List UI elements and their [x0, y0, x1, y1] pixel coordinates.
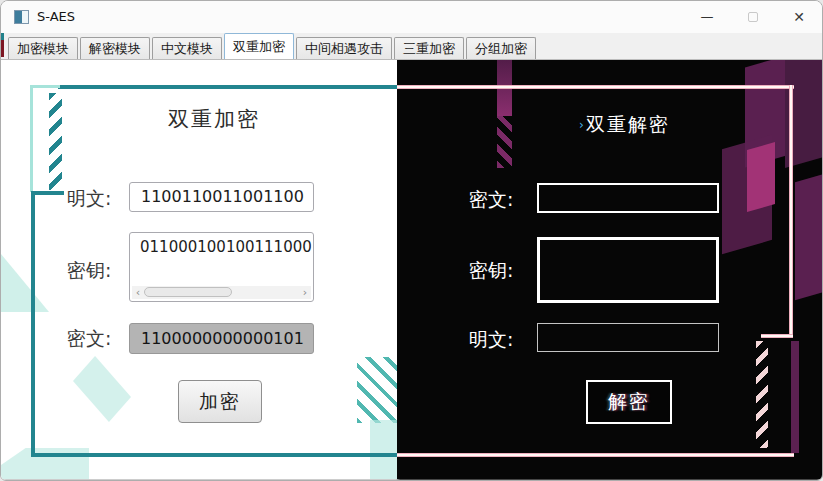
- double-decrypt-panel: › 双重解密 密文: 密钥: 明文: 解密: [397, 60, 823, 479]
- magenta-parallelogram-d: [795, 174, 823, 301]
- plaintext-output[interactable]: [537, 323, 719, 352]
- panel-title: 双重加密: [31, 105, 397, 133]
- encrypt-button[interactable]: 加密: [178, 380, 262, 423]
- ciphertext-input[interactable]: [537, 183, 719, 213]
- window-title: S-AES: [37, 9, 75, 24]
- tab-meet-in-middle-attack[interactable]: 中间相遇攻击: [296, 37, 392, 59]
- panel-title: 双重解密: [443, 112, 813, 138]
- key-value: 01100010010011100000: [140, 238, 312, 256]
- tab-double-encrypt[interactable]: 双重加密: [224, 33, 294, 59]
- plaintext-label: 明文:: [67, 186, 111, 212]
- teal-diamond-decoration: [73, 356, 131, 422]
- scrollbar-thumb[interactable]: [144, 287, 232, 297]
- app-window: S-AES — ✕ 加密模块 解密模块 中文模块 双重加密 中间相遇攻击 三重加…: [0, 0, 823, 481]
- close-icon: ✕: [793, 9, 805, 25]
- ciphertext-label: 密文:: [469, 187, 513, 213]
- minimize-button[interactable]: —: [684, 1, 730, 32]
- tab-block-encrypt[interactable]: 分组加密: [466, 37, 536, 59]
- maximize-button[interactable]: [730, 1, 776, 32]
- teal-band-decoration: [370, 420, 397, 479]
- app-icon: [14, 10, 29, 24]
- tab-encrypt-module[interactable]: 加密模块: [8, 37, 78, 59]
- teal-frame-top: [58, 85, 397, 89]
- tab-decrypt-module[interactable]: 解密模块: [80, 37, 150, 59]
- teal-frame-light-top: [30, 85, 60, 88]
- pink-frame-top: [397, 85, 794, 89]
- page-content: 双重加密 明文: 1100110011001100 密钥: 0110001001…: [1, 60, 823, 479]
- scroll-right-icon[interactable]: ›: [299, 287, 311, 299]
- maximize-icon: [748, 12, 758, 22]
- ciphertext-label: 密文:: [67, 326, 111, 352]
- tabbar-accent-red: [1, 40, 4, 57]
- close-button[interactable]: ✕: [776, 1, 822, 32]
- teal-frame-jog: [31, 191, 64, 195]
- decrypt-button[interactable]: 解密: [586, 380, 672, 424]
- tab-chinese-module[interactable]: 中文模块: [152, 37, 222, 59]
- key-label: 密钥:: [67, 258, 111, 284]
- pink-frame-jog: [761, 334, 793, 338]
- key-input[interactable]: 01100010010011100000 ‹ ›: [129, 232, 314, 302]
- double-encrypt-panel: 双重加密 明文: 1100110011001100 密钥: 0110001001…: [1, 60, 397, 479]
- teal-frame-light-left: [30, 85, 33, 192]
- scroll-left-icon[interactable]: ‹: [132, 287, 144, 299]
- plaintext-label: 明文:: [469, 327, 513, 353]
- plaintext-input[interactable]: 1100110011001100: [129, 182, 314, 212]
- key-input[interactable]: [537, 237, 719, 303]
- teal-frame-bottom: [31, 453, 397, 457]
- ciphertext-output[interactable]: 1100000000000101: [129, 323, 314, 354]
- key-horizontal-scrollbar[interactable]: ‹ ›: [132, 286, 311, 299]
- teal-frame-left: [31, 191, 35, 457]
- scrollbar-track[interactable]: [144, 286, 299, 299]
- minimize-icon: —: [701, 9, 714, 24]
- teal-triangle-decoration: [1, 254, 49, 312]
- tabbar-accent-teal: [1, 33, 4, 40]
- key-label: 密钥:: [469, 258, 513, 284]
- pink-frame-dashes: [756, 341, 768, 448]
- teal-stripes-decoration: [357, 357, 397, 423]
- magenta-diamond-decoration: [747, 142, 775, 212]
- tab-triple-encrypt[interactable]: 三重加密: [394, 37, 464, 59]
- title-bar[interactable]: S-AES — ✕: [1, 1, 822, 33]
- tab-bar: 加密模块 解密模块 中文模块 双重加密 中间相遇攻击 三重加密 分组加密: [1, 33, 822, 60]
- magenta-edge-strip: [791, 341, 799, 453]
- pink-frame-bottom: [397, 453, 794, 457]
